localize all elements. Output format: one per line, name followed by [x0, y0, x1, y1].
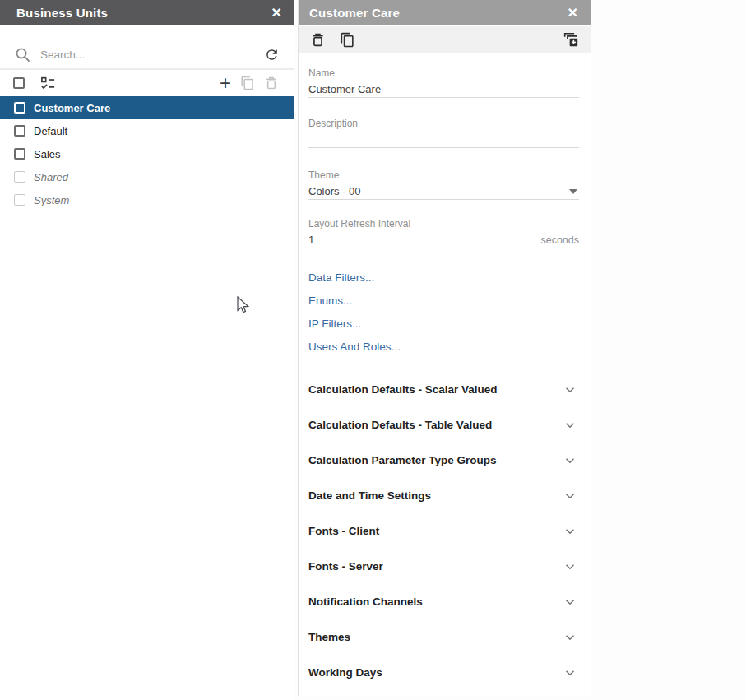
link-data-filters[interactable]: Data Filters...	[308, 271, 579, 285]
row-checkbox-disabled	[14, 194, 25, 206]
row-checkbox[interactable]	[14, 102, 25, 114]
duplicate-icon-disabled[interactable]	[240, 76, 255, 90]
duplicate-icon[interactable]	[340, 32, 355, 48]
section-themes[interactable]: Themes	[308, 619, 579, 655]
section-date-time-settings[interactable]: Date and Time Settings	[308, 478, 579, 513]
select-all-checkbox[interactable]	[13, 77, 25, 89]
theme-value[interactable]: Colors - 00	[308, 184, 569, 199]
section-fonts-server[interactable]: Fonts - Server	[308, 549, 579, 584]
close-icon[interactable]: ✕	[270, 5, 284, 21]
search-input[interactable]	[40, 49, 264, 61]
section-fonts-client[interactable]: Fonts - Client	[308, 513, 579, 549]
search-icon	[15, 47, 30, 63]
list-item-label: Customer Care	[34, 102, 110, 114]
detail-form: Name Customer Care Description Theme Col…	[299, 67, 591, 690]
theme-field[interactable]: Theme Colors - 00	[308, 169, 579, 200]
row-checkbox[interactable]	[14, 148, 25, 160]
detail-toolbar	[299, 26, 591, 53]
name-field[interactable]: Name Customer Care	[308, 67, 579, 98]
link-list: Data Filters... Enums... IP Filters... U…	[308, 271, 579, 354]
description-value[interactable]	[308, 132, 579, 147]
customer-care-panel: Customer Care ✕ Name Customer Care Descr…	[298, 0, 591, 696]
customer-care-header: Customer Care ✕	[299, 0, 591, 25]
row-checkbox-disabled	[14, 171, 25, 183]
chevron-down-icon[interactable]	[563, 489, 577, 503]
link-enums[interactable]: Enums...	[308, 294, 579, 308]
chevron-down-icon[interactable]	[563, 595, 577, 610]
chevron-down-icon[interactable]	[563, 453, 577, 468]
chevron-down-icon[interactable]	[563, 418, 577, 433]
theme-label: Theme	[308, 169, 579, 182]
customer-care-title: Customer Care	[309, 6, 566, 20]
chevron-down-icon[interactable]	[563, 524, 577, 539]
refresh-icon[interactable]	[264, 47, 280, 63]
name-label: Name	[308, 67, 579, 80]
business-units-title: Business Units	[16, 6, 270, 20]
description-field[interactable]: Description	[308, 118, 579, 148]
list-item-label: Default	[34, 125, 67, 137]
search-bar	[0, 40, 294, 68]
description-label: Description	[308, 118, 579, 130]
section-notification-channels[interactable]: Notification Channels	[308, 584, 579, 619]
add-icon[interactable]: +	[220, 75, 231, 91]
list-item-sales[interactable]: Sales	[0, 142, 294, 165]
section-calc-defaults-table[interactable]: Calculation Defaults - Table Valued	[308, 407, 579, 443]
link-users-and-roles[interactable]: Users And Roles...	[308, 341, 579, 354]
dropdown-arrow-icon[interactable]	[569, 189, 577, 194]
layout-refresh-value[interactable]: 1	[308, 233, 540, 248]
close-icon[interactable]: ✕	[566, 5, 580, 21]
list-item-customer-care[interactable]: Customer Care	[0, 96, 294, 119]
business-units-panel: Business Units ✕ + Customer Care Default	[0, 0, 294, 700]
delete-icon-disabled[interactable]	[264, 76, 279, 90]
row-checkbox[interactable]	[14, 125, 25, 137]
layout-refresh-suffix: seconds	[540, 234, 579, 246]
chevron-down-icon[interactable]	[563, 559, 577, 574]
chevron-down-icon[interactable]	[563, 382, 577, 397]
section-list: Calculation Defaults - Scalar Valued Cal…	[308, 372, 579, 690]
list-item-label: Sales	[34, 148, 61, 160]
business-units-header: Business Units ✕	[0, 0, 294, 25]
list-item-label: System	[34, 194, 69, 206]
link-ip-filters[interactable]: IP Filters...	[308, 318, 579, 331]
name-value[interactable]: Customer Care	[308, 82, 579, 97]
add-copy-icon[interactable]	[563, 31, 579, 48]
chevron-down-icon[interactable]	[563, 630, 577, 645]
chevron-down-icon[interactable]	[563, 665, 577, 680]
layout-refresh-field[interactable]: Layout Refresh Interval 1 seconds	[308, 218, 579, 248]
section-calc-parameter-type-groups[interactable]: Calculation Parameter Type Groups	[308, 443, 579, 478]
list-toolbar: +	[0, 70, 294, 96]
list-item-system[interactable]: System	[0, 188, 294, 211]
checklist-icon[interactable]	[40, 76, 56, 91]
delete-icon[interactable]	[310, 32, 326, 48]
layout-refresh-label: Layout Refresh Interval	[308, 218, 579, 230]
list-item-default[interactable]: Default	[0, 119, 294, 142]
section-working-days[interactable]: Working Days	[308, 655, 579, 690]
section-calc-defaults-scalar[interactable]: Calculation Defaults - Scalar Valued	[308, 372, 579, 407]
list-item-label: Shared	[34, 171, 68, 183]
list-item-shared[interactable]: Shared	[0, 165, 294, 188]
